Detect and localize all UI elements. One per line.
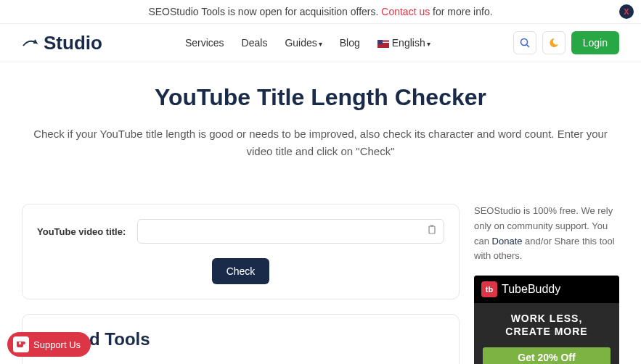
sidebar-support-text: SEOStudio is 100% free. We rely only on … <box>474 204 619 264</box>
kofi-icon <box>13 336 29 352</box>
search-button[interactable] <box>513 31 536 54</box>
acquisition-banner: SEOStudio Tools is now open for acquisit… <box>0 0 641 24</box>
moon-icon <box>549 38 559 48</box>
donate-link[interactable]: Donate <box>492 236 523 247</box>
nav-blog[interactable]: Blog <box>340 37 360 49</box>
theme-toggle-button[interactable] <box>542 31 566 54</box>
nav: Services Deals Guides▾ Blog English▾ <box>185 37 430 49</box>
contact-link[interactable]: Contact us <box>381 6 430 17</box>
svg-point-0 <box>520 39 527 46</box>
search-icon <box>520 38 530 48</box>
svg-line-1 <box>526 45 529 48</box>
ad-line2: CREATE MORE <box>480 325 613 338</box>
banner-text-after: for more info. <box>430 6 492 17</box>
page-subtitle: Check if your YouTube title length is go… <box>30 125 611 160</box>
logo-icon <box>22 36 44 50</box>
close-banner-button[interactable]: X <box>619 4 634 19</box>
check-button[interactable]: Check <box>212 258 270 284</box>
svg-rect-2 <box>429 226 435 233</box>
header: Studio Services Deals Guides▾ Blog Engli… <box>0 24 641 62</box>
page-title: YouTube Title Length Checker <box>15 84 626 111</box>
clipboard-icon[interactable] <box>427 225 437 238</box>
checker-card: YouTube video title: Check <box>22 204 460 299</box>
logo[interactable]: Studio <box>22 32 102 54</box>
title-input[interactable] <box>137 219 444 244</box>
nav-guides[interactable]: Guides▾ <box>285 37 322 49</box>
ad-brand: TubeBuddy <box>502 283 560 296</box>
nav-language[interactable]: English▾ <box>377 37 430 49</box>
nav-services[interactable]: Services <box>185 37 224 49</box>
ad-cta: Get 20% Off <box>483 347 611 364</box>
us-flag-icon <box>377 40 389 48</box>
nav-deals[interactable]: Deals <box>242 37 268 49</box>
chevron-down-icon: ▾ <box>319 40 322 48</box>
related-title: Related Tools <box>37 329 444 349</box>
tubebuddy-ad[interactable]: tb TubeBuddy WORK LESS, CREATE MORE Get … <box>474 276 619 364</box>
header-actions: Login <box>513 31 619 54</box>
title-input-label: YouTube video title: <box>37 226 126 237</box>
support-us-button[interactable]: Support Us <box>7 332 91 357</box>
logo-text: Studio <box>44 32 102 54</box>
svg-rect-3 <box>430 226 433 227</box>
banner-text: SEOStudio Tools is now open for acquisit… <box>148 6 381 17</box>
chevron-down-icon: ▾ <box>427 40 430 48</box>
ad-line1: WORK LESS, <box>480 312 613 325</box>
ad-logo-icon: tb <box>481 281 497 297</box>
login-button[interactable]: Login <box>571 31 619 54</box>
support-label: Support Us <box>33 339 81 350</box>
sidebar: SEOStudio is 100% free. We rely only on … <box>474 204 619 364</box>
